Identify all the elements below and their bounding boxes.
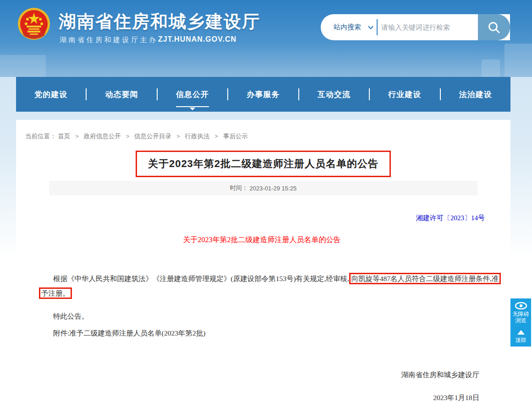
publish-time-bar: 时间： 2023-01-29 15:25 xyxy=(49,181,477,195)
breadcrumb-gov-info[interactable]: 政府信息公开 xyxy=(84,133,121,140)
accessibility-label: 无障碍 浏览 xyxy=(513,311,529,324)
document-body: 湘建许可〔2023〕14号 关于2023年第2批二级建造师注册人员名单的公告 根… xyxy=(16,214,510,403)
national-emblem-logo xyxy=(17,7,50,43)
site-header: 湖南省住房和城乡建设厅 湖南省住房和建设厅主办 ZJT.HUNAN.GOV.CN… xyxy=(0,0,532,77)
site-url: ZJT.HUNAN.GOV.CN xyxy=(158,35,236,43)
breadcrumb-separator: > xyxy=(75,133,79,140)
breadcrumb-law-enforcement[interactable]: 行政执法 xyxy=(185,133,210,140)
document-number-link[interactable]: 湘建许可〔2023〕14号 xyxy=(39,214,485,222)
eye-icon xyxy=(515,302,527,309)
content-panel: 当前位置： 首页 > 政府信息公开 > 信息公开目录 > 行政执法 > 事后公示… xyxy=(16,120,510,417)
arrow-up-icon xyxy=(517,330,525,335)
header-illustration xyxy=(482,60,500,77)
closing-line: 特此公告。 xyxy=(39,312,485,321)
breadcrumb-separator: > xyxy=(176,133,180,140)
paragraph-line-2: 予注册。 xyxy=(39,286,485,301)
breadcrumb-info-catalog[interactable]: 信息公开目录 xyxy=(134,133,171,140)
search-icon xyxy=(487,21,501,34)
breadcrumb-home[interactable]: 首页 xyxy=(58,133,70,140)
active-nav-caret xyxy=(190,108,195,110)
nav-item-info-disclosure[interactable]: 信息公开 xyxy=(158,85,227,104)
paragraph-line-1: 根据《中华人民共和国建筑法》《注册建造师管理规定》(原建设部令第153号)有关规… xyxy=(39,271,485,286)
breadcrumb-label: 当前位置： xyxy=(25,133,56,140)
time-label: 时间： xyxy=(230,184,248,192)
time-value: 2023-01-29 15:25 xyxy=(249,185,296,192)
closing-text: 特此公告。 xyxy=(53,312,89,320)
breadcrumb-separator: > xyxy=(214,133,218,140)
back-to-top-button[interactable]: 顶部 xyxy=(510,326,531,347)
main-nav: 党的建设 动态要闻 信息公开 办事服务 互动交流 行业建设 法治建设 xyxy=(16,77,510,112)
signature-date: 2023年1月18日 xyxy=(39,393,485,403)
nav-item-news[interactable]: 动态要闻 xyxy=(87,85,156,104)
nav-item-label: 信息公开 xyxy=(176,90,209,99)
nav-item-interaction[interactable]: 互动交流 xyxy=(299,85,369,104)
attachment-line: 附件:准予二级建造师注册人员名单(2023年第2批) xyxy=(39,329,485,338)
search-scope-label: 站内搜索 xyxy=(334,23,361,32)
signature: 湖南省住房和城乡建设厅 xyxy=(39,370,485,380)
header-illustration xyxy=(505,43,532,77)
article-title-row: 关于2023年第2批二级建造师注册人员名单的公告 xyxy=(16,151,510,177)
document-paragraph: 根据《中华人民共和国建筑法》《注册建造师管理规定》(原建设部令第153号)有关规… xyxy=(39,271,485,301)
breadcrumb-post-publicity[interactable]: 事后公示 xyxy=(223,133,248,140)
paragraph-text: 根据《中华人民共和国建筑法》《注册建造师管理规定》(原建设部令第153号)有关规… xyxy=(53,275,349,282)
search-scope-dropdown[interactable]: 站内搜索 xyxy=(334,14,361,40)
annotation-box-highlight-1: 向凯旋等487名人员符合二级建造师注册条件,准 xyxy=(349,273,501,284)
attachment-text[interactable]: 附件:准予二级建造师注册人员名单(2023年第2批) xyxy=(53,329,205,337)
annotation-box-title: 关于2023年第2批二级建造师注册人员名单的公告 xyxy=(136,151,391,177)
site-subtitle: 湖南省住房和建设厅主办 xyxy=(60,36,158,44)
accessibility-button[interactable]: 无障碍 浏览 xyxy=(510,298,531,327)
search-button[interactable] xyxy=(478,14,510,40)
breadcrumb-separator: > xyxy=(126,133,129,140)
nav-item-industry[interactable]: 行业建设 xyxy=(370,85,439,104)
nav-item-services[interactable]: 办事服务 xyxy=(228,85,298,104)
search-divider xyxy=(377,19,378,35)
annotation-box-highlight-2: 予注册。 xyxy=(39,287,72,299)
document-red-title: 关于2023年第2批二级建造师注册人员名单的公告 xyxy=(39,235,485,245)
search-bar: 站内搜索 xyxy=(321,14,510,40)
nav-item-party-building[interactable]: 党的建设 xyxy=(16,85,86,104)
site-title: 湖南省住房和城乡建设厅 xyxy=(59,10,260,33)
page-title: 关于2023年第2批二级建造师注册人员名单的公告 xyxy=(148,157,378,171)
active-nav-underline xyxy=(176,106,209,107)
search-input[interactable] xyxy=(381,18,475,37)
breadcrumb: 当前位置： 首页 > 政府信息公开 > 信息公开目录 > 行政执法 > 事后公示 xyxy=(16,120,510,141)
back-to-top-label: 顶部 xyxy=(516,337,527,343)
nav-item-rule-of-law[interactable]: 法治建设 xyxy=(441,85,510,104)
header-illustration xyxy=(0,55,46,77)
chevron-down-icon[interactable] xyxy=(367,25,374,30)
